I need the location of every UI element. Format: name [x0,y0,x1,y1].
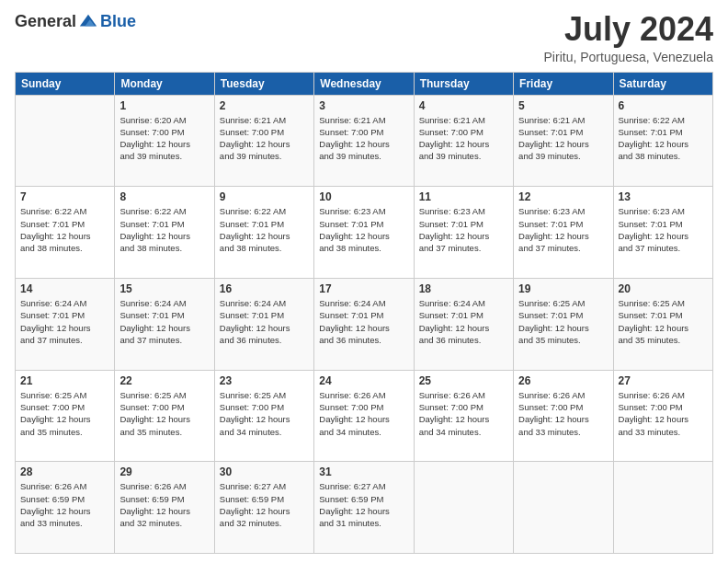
day-number: 18 [419,282,508,295]
calendar-cell: 9Sunrise: 6:22 AMSunset: 7:01 PMDaylight… [214,187,313,279]
day-number: 28 [20,465,109,478]
day-number: 21 [20,374,109,387]
calendar-cell: 21Sunrise: 6:25 AMSunset: 7:00 PMDayligh… [16,370,115,462]
location: Piritu, Portuguesa, Venezuela [544,50,713,64]
day-number: 24 [319,374,408,387]
day-number: 19 [518,282,608,295]
calendar-cell: 23Sunrise: 6:25 AMSunset: 7:00 PMDayligh… [214,370,313,462]
day-info: Sunrise: 6:23 AMSunset: 7:01 PMDaylight:… [319,205,408,254]
calendar-cell: 25Sunrise: 6:26 AMSunset: 7:00 PMDayligh… [414,370,513,462]
week-row-2: 7Sunrise: 6:22 AMSunset: 7:01 PMDaylight… [16,187,713,279]
calendar-cell: 13Sunrise: 6:23 AMSunset: 7:01 PMDayligh… [613,187,712,279]
col-sunday: Sunday [16,72,115,95]
header: General Blue July 2024 Piritu, Portugues… [15,11,713,64]
week-row-3: 14Sunrise: 6:24 AMSunset: 7:01 PMDayligh… [16,278,713,370]
day-info: Sunrise: 6:25 AMSunset: 7:01 PMDaylight:… [619,297,708,346]
calendar-cell: 16Sunrise: 6:24 AMSunset: 7:01 PMDayligh… [214,278,313,370]
day-number: 29 [119,465,209,478]
day-number: 11 [419,190,508,203]
day-number: 1 [119,99,209,112]
calendar-cell: 19Sunrise: 6:25 AMSunset: 7:01 PMDayligh… [514,278,613,370]
day-number: 2 [220,99,309,112]
day-number: 10 [319,190,408,203]
calendar-cell: 12Sunrise: 6:23 AMSunset: 7:01 PMDayligh… [514,187,613,279]
day-info: Sunrise: 6:26 AMSunset: 7:00 PMDaylight:… [518,389,608,438]
day-info: Sunrise: 6:23 AMSunset: 7:01 PMDaylight:… [419,205,508,254]
day-info: Sunrise: 6:26 AMSunset: 6:59 PMDaylight:… [119,480,209,529]
col-friday: Friday [514,72,613,95]
day-info: Sunrise: 6:20 AMSunset: 7:00 PMDaylight:… [119,114,209,163]
day-number: 6 [619,99,708,112]
month-title: July 2024 [544,11,713,48]
calendar-cell: 6Sunrise: 6:22 AMSunset: 7:01 PMDaylight… [613,95,712,187]
logo-icon [78,11,98,31]
day-info: Sunrise: 6:24 AMSunset: 7:01 PMDaylight:… [20,297,109,346]
day-info: Sunrise: 6:24 AMSunset: 7:01 PMDaylight:… [319,297,408,346]
day-number: 13 [619,190,708,203]
day-info: Sunrise: 6:25 AMSunset: 7:00 PMDaylight:… [220,389,309,438]
day-info: Sunrise: 6:21 AMSunset: 7:00 PMDaylight:… [220,114,309,163]
week-row-5: 28Sunrise: 6:26 AMSunset: 6:59 PMDayligh… [16,462,713,554]
calendar-cell: 30Sunrise: 6:27 AMSunset: 6:59 PMDayligh… [214,462,313,554]
calendar-cell: 26Sunrise: 6:26 AMSunset: 7:00 PMDayligh… [514,370,613,462]
day-number: 16 [220,282,309,295]
day-number: 23 [220,374,309,387]
day-info: Sunrise: 6:26 AMSunset: 7:00 PMDaylight:… [619,389,708,438]
day-info: Sunrise: 6:27 AMSunset: 6:59 PMDaylight:… [220,480,309,529]
day-info: Sunrise: 6:24 AMSunset: 7:01 PMDaylight:… [419,297,508,346]
day-info: Sunrise: 6:21 AMSunset: 7:00 PMDaylight:… [319,114,408,163]
calendar-cell: 27Sunrise: 6:26 AMSunset: 7:00 PMDayligh… [613,370,712,462]
day-info: Sunrise: 6:22 AMSunset: 7:01 PMDaylight:… [220,205,309,254]
day-info: Sunrise: 6:23 AMSunset: 7:01 PMDaylight:… [518,205,608,254]
day-number: 12 [518,190,608,203]
header-row: Sunday Monday Tuesday Wednesday Thursday… [16,72,713,95]
logo: General Blue [15,11,136,31]
calendar-cell: 11Sunrise: 6:23 AMSunset: 7:01 PMDayligh… [414,187,513,279]
day-number: 14 [20,282,109,295]
col-thursday: Thursday [414,72,513,95]
calendar-cell: 20Sunrise: 6:25 AMSunset: 7:01 PMDayligh… [613,278,712,370]
calendar-cell: 10Sunrise: 6:23 AMSunset: 7:01 PMDayligh… [314,187,414,279]
header-right: July 2024 Piritu, Portuguesa, Venezuela [544,11,713,64]
day-info: Sunrise: 6:27 AMSunset: 6:59 PMDaylight:… [319,480,408,529]
calendar-cell: 18Sunrise: 6:24 AMSunset: 7:01 PMDayligh… [414,278,513,370]
calendar-body: 1Sunrise: 6:20 AMSunset: 7:00 PMDaylight… [16,95,713,553]
day-info: Sunrise: 6:23 AMSunset: 7:01 PMDaylight:… [619,205,708,254]
day-info: Sunrise: 6:24 AMSunset: 7:01 PMDaylight:… [220,297,309,346]
day-number: 3 [319,99,408,112]
day-info: Sunrise: 6:22 AMSunset: 7:01 PMDaylight:… [619,114,708,163]
day-number: 8 [119,190,209,203]
day-number: 30 [220,465,309,478]
calendar-cell: 1Sunrise: 6:20 AMSunset: 7:00 PMDaylight… [115,95,214,187]
logo-text-general: General [15,12,76,31]
calendar-page: General Blue July 2024 Piritu, Portugues… [0,0,728,563]
day-number: 5 [518,99,608,112]
day-number: 20 [619,282,708,295]
day-info: Sunrise: 6:26 AMSunset: 6:59 PMDaylight:… [20,480,109,529]
day-number: 25 [419,374,508,387]
calendar-cell: 8Sunrise: 6:22 AMSunset: 7:01 PMDaylight… [115,187,214,279]
day-info: Sunrise: 6:25 AMSunset: 7:00 PMDaylight:… [20,389,109,438]
calendar-cell: 15Sunrise: 6:24 AMSunset: 7:01 PMDayligh… [115,278,214,370]
day-info: Sunrise: 6:26 AMSunset: 7:00 PMDaylight:… [319,389,408,438]
day-number: 15 [119,282,209,295]
col-saturday: Saturday [613,72,712,95]
calendar-cell: 29Sunrise: 6:26 AMSunset: 6:59 PMDayligh… [115,462,214,554]
calendar-cell [414,462,513,554]
col-tuesday: Tuesday [214,72,313,95]
day-number: 4 [419,99,508,112]
logo-text-blue: Blue [100,12,136,30]
day-info: Sunrise: 6:22 AMSunset: 7:01 PMDaylight:… [20,205,109,254]
week-row-1: 1Sunrise: 6:20 AMSunset: 7:00 PMDaylight… [16,95,713,187]
day-info: Sunrise: 6:24 AMSunset: 7:01 PMDaylight:… [119,297,209,346]
day-number: 17 [319,282,408,295]
calendar-cell: 14Sunrise: 6:24 AMSunset: 7:01 PMDayligh… [16,278,115,370]
calendar-header: Sunday Monday Tuesday Wednesday Thursday… [16,72,713,95]
col-monday: Monday [115,72,214,95]
day-info: Sunrise: 6:21 AMSunset: 7:01 PMDaylight:… [518,114,608,163]
calendar-cell: 4Sunrise: 6:21 AMSunset: 7:00 PMDaylight… [414,95,513,187]
day-number: 27 [619,374,708,387]
day-number: 7 [20,190,109,203]
day-info: Sunrise: 6:21 AMSunset: 7:00 PMDaylight:… [419,114,508,163]
day-info: Sunrise: 6:25 AMSunset: 7:00 PMDaylight:… [119,389,209,438]
